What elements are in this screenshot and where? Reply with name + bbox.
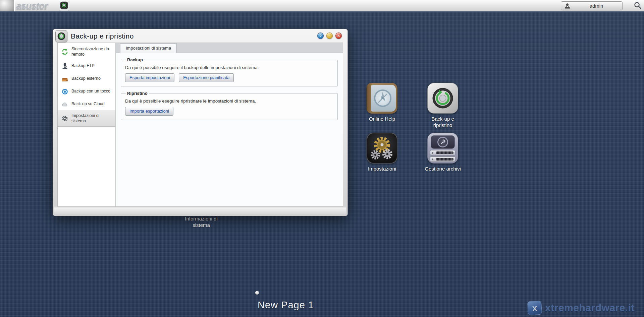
tab-panel: Backup Da qui è possibile eseguire il ba… (116, 53, 343, 206)
user-name: admin (571, 3, 622, 9)
backup-section-title: Backup (127, 57, 143, 62)
window-titlebar[interactable]: Back-up e ripristino ? − ✕ (53, 29, 347, 43)
sidebar-item-label: Backup esterno (71, 76, 101, 81)
watermark-text: xtremehardware.it (545, 302, 635, 314)
cloud-icon (61, 101, 68, 108)
ftp-icon (61, 62, 68, 70)
sidebar-item-system-settings[interactable]: Impostazioni di sistema (58, 111, 115, 126)
gear-icon (61, 115, 68, 122)
topbar: asustor admin (0, 0, 644, 12)
asustor-logo: asustor (16, 0, 48, 12)
xtremehardware-logo-icon: x (527, 301, 542, 315)
restore-section-description: Da qui è possibile eseguire ripristinare… (125, 99, 333, 104)
desktop-icon-settings[interactable]: Impostazioni (359, 133, 406, 172)
backup-restore-icon (427, 83, 458, 114)
corner-handle (0, 0, 15, 11)
sidebar-item-label: Backup FTP (71, 63, 95, 69)
sidebar-item-one-touch-backup[interactable]: Backup con un tocco (58, 85, 115, 98)
import-exports-button[interactable]: Importa esportazioni (125, 107, 173, 116)
close-button[interactable]: ✕ (335, 33, 342, 39)
sidebar-item-label: Impostazioni di sistema (71, 113, 113, 124)
sync-icon (61, 48, 68, 56)
minimize-button[interactable]: − (326, 33, 333, 39)
desktop-page-title: New Page 1 (228, 300, 343, 311)
window-title: Back-up e ripristino (71, 29, 134, 43)
backup-section-description: Da qui è possibile eseguire il backup de… (125, 65, 333, 70)
help-button[interactable]: ? (317, 33, 324, 39)
sidebar-item-label: Sincronizzazione da remoto (71, 47, 113, 57)
search-icon (634, 1, 642, 11)
desktop-icon-backup-restore[interactable]: Back-up e ripristino (419, 83, 466, 129)
content-area: Impostazioni di sistema Backup Da qui è … (116, 43, 343, 206)
desktop-icon-label: Back-up e ripristino (424, 116, 462, 129)
help-book-icon (367, 83, 397, 114)
external-drive-icon (61, 75, 68, 82)
storage-manager-icon (427, 133, 458, 164)
restore-section: Ripristino Da qui è possibile eseguire r… (121, 91, 338, 120)
sidebar-item-external-backup[interactable]: Backup esterno (58, 72, 115, 85)
restore-section-title: Ripristino (127, 91, 148, 96)
one-touch-icon (61, 88, 68, 95)
search-button[interactable] (633, 2, 642, 10)
user-icon (564, 3, 571, 9)
desktop-icon-online-help[interactable]: Online Help (359, 83, 406, 122)
watermark: x xtremehardware.it (528, 301, 635, 315)
sidebar-item-label: Back-up su Cloud (71, 102, 105, 107)
backup-restore-window: Back-up e ripristino ? − ✕ Sincronizzazi… (53, 29, 348, 216)
sidebar: Sincronizzazione da remoto Backup FTP (58, 43, 116, 206)
backup-restore-icon (60, 1, 68, 11)
tab-bar: Impostazioni di sistema (116, 43, 343, 53)
desktop-icon-label: Informazioni di sistema (180, 216, 222, 229)
backup-section: Backup Da qui è possibile eseguire il ba… (121, 57, 338, 86)
export-settings-button[interactable]: Esporta impostazioni (125, 73, 174, 82)
window-body: Sincronizzazione da remoto Backup FTP (57, 43, 343, 207)
taskbar-backup-app-button[interactable] (59, 1, 69, 11)
sidebar-item-cloud-backup[interactable]: Back-up su Cloud (58, 98, 115, 111)
desktop-icon-system-info[interactable]: Informazioni di sistema (176, 216, 226, 229)
window-app-icon (55, 30, 67, 42)
tab-system-settings[interactable]: Impostazioni di sistema (120, 43, 177, 53)
desktop-icon-label: Impostazioni (363, 166, 401, 172)
desktop-icon-label: Online Help (363, 116, 401, 122)
window-status-bar (54, 207, 346, 214)
sidebar-item-remote-sync[interactable]: Sincronizzazione da remoto (58, 44, 115, 60)
scheduled-export-button[interactable]: Esportazione pianificata (179, 73, 234, 82)
desktop-icon-label: Gestione archivi (424, 166, 462, 172)
settings-gears-icon (367, 133, 397, 164)
user-menu-button[interactable]: admin (561, 1, 623, 10)
desktop-icon-storage-manager[interactable]: Gestione archivi (419, 133, 466, 172)
sidebar-item-label: Backup con un tocco (71, 89, 110, 94)
sidebar-item-ftp-backup[interactable]: Backup FTP (58, 60, 115, 72)
wrench-icon (439, 139, 446, 145)
desktop-page-indicator-dot[interactable] (255, 291, 259, 295)
